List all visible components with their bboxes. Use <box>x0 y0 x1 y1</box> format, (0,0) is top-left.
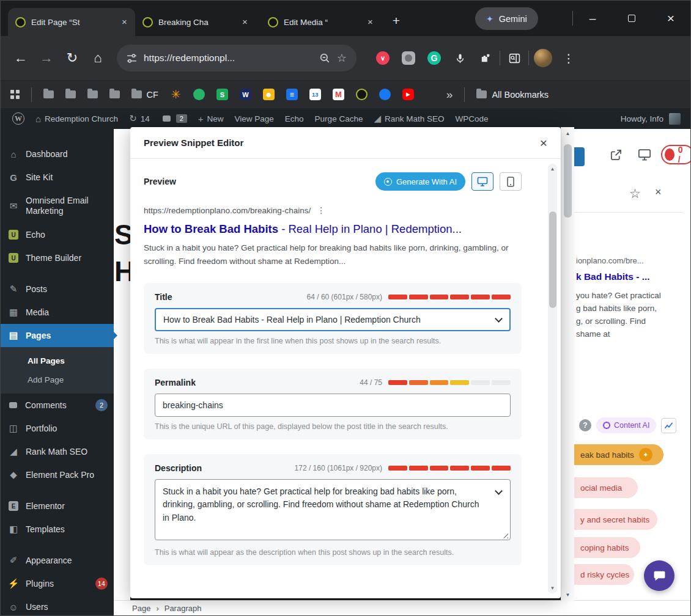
search-side-panel-icon[interactable] <box>503 46 526 70</box>
sidebar-item-site-kit[interactable]: G Site Kit <box>1 166 114 189</box>
docs-bookmark-icon[interactable]: ≡ <box>286 89 298 100</box>
sidebar-item-pages[interactable]: ▤ Pages <box>1 324 114 347</box>
sidebar-item-dashboard[interactable]: ⌂ Dashboard <box>1 142 114 166</box>
chat-launcher-button[interactable] <box>644 560 674 591</box>
forward-button[interactable]: → <box>34 45 59 71</box>
sidebar-item-omnisend[interactable]: ✉ Omnisend Email Marketing <box>1 189 114 223</box>
updates-menu[interactable]: ↻ 14 <box>124 108 155 129</box>
tune-icon[interactable] <box>127 53 137 64</box>
reload-button[interactable]: ↻ <box>59 45 85 71</box>
tab-edit-media[interactable]: Edit Media “ × <box>261 8 381 36</box>
purge-cache-menu[interactable]: Purge Cache <box>309 108 369 129</box>
keyword-pill[interactable]: ocial media <box>574 477 638 498</box>
mic-icon[interactable] <box>448 46 471 70</box>
echo-menu[interactable]: Echo <box>279 108 309 129</box>
view-page-menu[interactable]: View Page <box>229 108 279 129</box>
w-bookmark-icon[interactable]: W <box>240 89 251 100</box>
content-ai-button[interactable]: Content AI <box>596 417 656 433</box>
breadcrumb-paragraph[interactable]: Paragraph <box>164 604 202 613</box>
redemption-bookmark-icon[interactable] <box>356 89 368 100</box>
sched-bookmark-icon[interactable]: S <box>216 89 228 100</box>
keyword-pill[interactable]: y and secret habits <box>574 509 657 530</box>
modal-close-icon[interactable]: × <box>540 136 547 149</box>
sidebar-item-users[interactable]: ☺ Users <box>1 595 114 616</box>
grammarly-extension-icon[interactable]: G <box>423 46 446 70</box>
youtube-bookmark-icon[interactable]: ▶ <box>402 89 414 100</box>
seo-score-badge[interactable]: 0 / <box>661 145 690 164</box>
facebook-bookmark-icon[interactable] <box>379 89 391 100</box>
keyword-pill[interactable]: eak bad habits ✦ <box>574 444 663 465</box>
comments-menu[interactable]: 2 <box>155 108 193 129</box>
tab-edit-page[interactable]: Edit Page “St × <box>8 8 135 36</box>
wpcode-menu[interactable]: WPCode <box>450 108 494 129</box>
scrollbar-thumb[interactable] <box>549 211 556 308</box>
gemini-button[interactable]: ✦ Gemini <box>475 7 538 30</box>
extensions-puzzle-icon[interactable] <box>474 46 497 70</box>
maximize-button[interactable] <box>612 1 651 36</box>
site-name-menu[interactable]: ⌂ Redemption Church <box>30 108 124 129</box>
zoom-icon[interactable] <box>319 53 330 64</box>
gmail-bookmark-icon[interactable]: M <box>333 89 344 100</box>
scroll-down-icon[interactable]: ▼ <box>548 585 557 591</box>
panel-close-icon[interactable]: × <box>655 186 662 199</box>
page-scrollbar[interactable]: ▲ ▼ <box>561 127 574 601</box>
all-bookmarks-button[interactable]: All Bookmarks <box>476 90 549 100</box>
tab-close-icon[interactable]: × <box>119 16 130 28</box>
modal-scrollbar[interactable]: ▲ ▼ <box>548 164 557 593</box>
tab-close-icon[interactable]: × <box>239 16 251 28</box>
wp-logo-menu[interactable]: W <box>7 108 30 129</box>
sidebar-item-posts[interactable]: ✎ Posts <box>1 277 114 301</box>
sidebar-item-theme-builder[interactable]: U Theme Builder <box>1 246 114 270</box>
bookmark-folder-icon[interactable] <box>109 90 120 98</box>
description-textarea[interactable]: Stuck in a habit you hate? Get practical… <box>155 479 511 540</box>
scroll-down-icon[interactable]: ▼ <box>561 592 574 598</box>
sidebar-item-elementor[interactable]: E Elementor <box>1 494 114 518</box>
title-input[interactable] <box>155 308 511 331</box>
calendar-bookmark-icon[interactable]: 13 <box>309 89 321 100</box>
sidebar-item-portfolio[interactable]: ◫ Portfolio <box>1 417 114 440</box>
browser-menu-icon[interactable]: ⋮ <box>557 46 580 70</box>
address-bar[interactable]: https://redemptionpl... ☆ <box>117 45 357 72</box>
generate-with-ai-button[interactable]: Generate With AI <box>375 172 465 191</box>
minimize-button[interactable]: – <box>573 1 612 36</box>
new-content-menu[interactable]: + New <box>193 108 229 129</box>
pocket-extension-icon[interactable]: ∨ <box>371 46 394 70</box>
desktop-preview-button[interactable] <box>471 172 493 191</box>
home-button[interactable]: ⌂ <box>85 45 111 71</box>
tab-close-icon[interactable]: × <box>364 16 376 28</box>
profile-avatar[interactable] <box>531 46 555 70</box>
scrollbar-thumb[interactable] <box>564 144 572 218</box>
mobile-preview-button[interactable] <box>500 172 522 191</box>
rank-math-menu[interactable]: ◢ Rank Math SEO <box>368 108 449 129</box>
sidebar-item-appearance[interactable]: ✐ Appearance <box>1 549 114 572</box>
submenu-all-pages[interactable]: All Pages <box>1 351 114 370</box>
gloo-bookmark-icon[interactable] <box>193 89 205 100</box>
bookmarks-overflow-icon[interactable]: » <box>446 88 453 101</box>
desktop-preview-icon[interactable] <box>638 148 651 163</box>
gray-extension-icon[interactable] <box>397 46 420 70</box>
permalink-input[interactable] <box>155 394 511 417</box>
favorite-star-icon[interactable]: ☆ <box>629 186 641 201</box>
trend-chart-icon[interactable] <box>661 418 676 433</box>
sidebar-item-plugins[interactable]: ⚡ Plugins 14 <box>1 572 114 595</box>
new-tab-button[interactable]: + <box>387 12 405 31</box>
sidebar-item-rank-math[interactable]: ◢ Rank Math SEO <box>1 440 114 463</box>
sidebar-item-templates[interactable]: ◧ Templates <box>1 518 114 541</box>
sidebar-item-comments[interactable]: Comments 2 <box>1 394 114 417</box>
sidebar-item-element-pack[interactable]: ◆ Element Pack Pro <box>1 463 114 486</box>
sidebar-item-media[interactable]: ▦ Media <box>1 301 114 324</box>
account-menu[interactable]: Howdy, Info <box>621 113 684 125</box>
scroll-up-icon[interactable]: ▲ <box>561 131 574 136</box>
bookmark-folder-icon[interactable] <box>65 90 76 98</box>
tab-breaking-chains[interactable]: Breaking Cha × <box>135 8 256 36</box>
submenu-add-page[interactable]: Add Page <box>1 370 114 389</box>
help-icon[interactable]: ? <box>579 419 591 431</box>
asterisk-bookmark-icon[interactable]: ✳ <box>170 89 182 100</box>
contacts-bookmark-icon[interactable]: ☻ <box>263 89 275 100</box>
keyword-pill[interactable]: d risky cycles <box>574 564 634 585</box>
breadcrumb-page[interactable]: Page <box>132 604 150 613</box>
bookmark-star-icon[interactable]: ☆ <box>337 51 347 65</box>
url-text[interactable]: https://redemptionpl... <box>144 53 312 64</box>
bookmark-folder-icon[interactable] <box>87 90 98 98</box>
close-window-button[interactable]: × <box>651 1 690 36</box>
